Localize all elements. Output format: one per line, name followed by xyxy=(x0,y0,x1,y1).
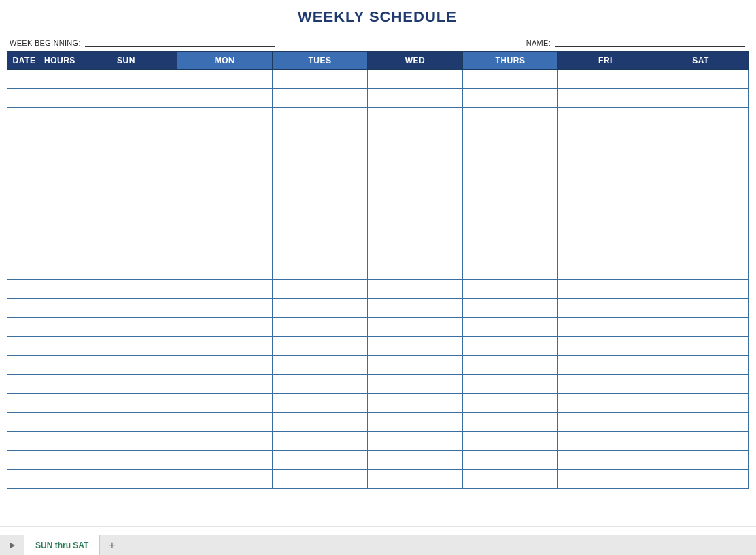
cell-wed[interactable] xyxy=(368,89,463,108)
cell-sun[interactable] xyxy=(75,222,177,241)
cell-hours[interactable] xyxy=(41,70,75,89)
cell-tues[interactable] xyxy=(273,280,368,299)
cell-date[interactable] xyxy=(7,127,41,146)
cell-fri[interactable] xyxy=(558,241,653,260)
cell-thurs[interactable] xyxy=(463,70,558,89)
cell-tues[interactable] xyxy=(273,375,368,394)
cell-thurs[interactable] xyxy=(463,241,558,260)
cell-wed[interactable] xyxy=(368,222,463,241)
cell-fri[interactable] xyxy=(558,89,653,108)
cell-sat[interactable] xyxy=(653,432,749,451)
cell-sun[interactable] xyxy=(75,260,177,280)
cell-hours[interactable] xyxy=(41,127,75,146)
cell-hours[interactable] xyxy=(41,470,75,489)
cell-hours[interactable] xyxy=(41,337,75,356)
cell-fri[interactable] xyxy=(558,432,653,451)
cell-date[interactable] xyxy=(7,146,41,165)
cell-mon[interactable] xyxy=(177,394,273,413)
cell-mon[interactable] xyxy=(177,432,273,451)
cell-wed[interactable] xyxy=(368,470,463,489)
cell-date[interactable] xyxy=(7,318,41,337)
cell-thurs[interactable] xyxy=(463,451,558,470)
cell-tues[interactable] xyxy=(273,203,368,222)
cell-tues[interactable] xyxy=(273,318,368,337)
cell-date[interactable] xyxy=(7,260,41,280)
cell-fri[interactable] xyxy=(558,260,653,280)
cell-sun[interactable] xyxy=(75,70,177,89)
cell-mon[interactable] xyxy=(177,222,273,241)
cell-thurs[interactable] xyxy=(463,299,558,318)
cell-hours[interactable] xyxy=(41,184,75,203)
cell-tues[interactable] xyxy=(273,184,368,203)
cell-mon[interactable] xyxy=(177,70,273,89)
cell-tues[interactable] xyxy=(273,299,368,318)
cell-date[interactable] xyxy=(7,70,41,89)
cell-sun[interactable] xyxy=(75,375,177,394)
cell-sat[interactable] xyxy=(653,184,749,203)
cell-sun[interactable] xyxy=(75,299,177,318)
cell-sat[interactable] xyxy=(653,280,749,299)
cell-thurs[interactable] xyxy=(463,146,558,165)
cell-tues[interactable] xyxy=(273,432,368,451)
cell-sat[interactable] xyxy=(653,260,749,280)
cell-sat[interactable] xyxy=(653,318,749,337)
cell-sun[interactable] xyxy=(75,146,177,165)
cell-sun[interactable] xyxy=(75,184,177,203)
cell-thurs[interactable] xyxy=(463,413,558,432)
cell-sat[interactable] xyxy=(653,394,749,413)
cell-tues[interactable] xyxy=(273,356,368,375)
cell-wed[interactable] xyxy=(368,337,463,356)
cell-thurs[interactable] xyxy=(463,203,558,222)
cell-date[interactable] xyxy=(7,108,41,127)
cell-mon[interactable] xyxy=(177,184,273,203)
cell-sun[interactable] xyxy=(75,203,177,222)
cell-date[interactable] xyxy=(7,451,41,470)
cell-hours[interactable] xyxy=(41,165,75,184)
cell-tues[interactable] xyxy=(273,146,368,165)
sheet-tab-active[interactable]: SUN thru SAT xyxy=(24,535,100,555)
cell-wed[interactable] xyxy=(368,413,463,432)
cell-thurs[interactable] xyxy=(463,318,558,337)
cell-fri[interactable] xyxy=(558,184,653,203)
cell-hours[interactable] xyxy=(41,108,75,127)
cell-wed[interactable] xyxy=(368,241,463,260)
cell-wed[interactable] xyxy=(368,280,463,299)
cell-hours[interactable] xyxy=(41,451,75,470)
cell-sat[interactable] xyxy=(653,241,749,260)
cell-wed[interactable] xyxy=(368,356,463,375)
cell-sat[interactable] xyxy=(653,356,749,375)
cell-fri[interactable] xyxy=(558,470,653,489)
cell-tues[interactable] xyxy=(273,222,368,241)
cell-wed[interactable] xyxy=(368,146,463,165)
cell-wed[interactable] xyxy=(368,108,463,127)
cell-sat[interactable] xyxy=(653,470,749,489)
cell-hours[interactable] xyxy=(41,203,75,222)
cell-hours[interactable] xyxy=(41,432,75,451)
cell-date[interactable] xyxy=(7,241,41,260)
cell-wed[interactable] xyxy=(368,299,463,318)
cell-hours[interactable] xyxy=(41,413,75,432)
cell-thurs[interactable] xyxy=(463,432,558,451)
cell-sun[interactable] xyxy=(75,241,177,260)
cell-tues[interactable] xyxy=(273,165,368,184)
cell-hours[interactable] xyxy=(41,299,75,318)
cell-mon[interactable] xyxy=(177,241,273,260)
cell-thurs[interactable] xyxy=(463,394,558,413)
cell-date[interactable] xyxy=(7,356,41,375)
cell-hours[interactable] xyxy=(41,280,75,299)
cell-hours[interactable] xyxy=(41,146,75,165)
cell-thurs[interactable] xyxy=(463,470,558,489)
cell-fri[interactable] xyxy=(558,70,653,89)
cell-sun[interactable] xyxy=(75,337,177,356)
cell-thurs[interactable] xyxy=(463,280,558,299)
cell-tues[interactable] xyxy=(273,394,368,413)
cell-mon[interactable] xyxy=(177,375,273,394)
cell-date[interactable] xyxy=(7,413,41,432)
cell-mon[interactable] xyxy=(177,337,273,356)
cell-wed[interactable] xyxy=(368,451,463,470)
cell-fri[interactable] xyxy=(558,146,653,165)
cell-thurs[interactable] xyxy=(463,108,558,127)
cell-fri[interactable] xyxy=(558,413,653,432)
cell-mon[interactable] xyxy=(177,451,273,470)
cell-sat[interactable] xyxy=(653,337,749,356)
